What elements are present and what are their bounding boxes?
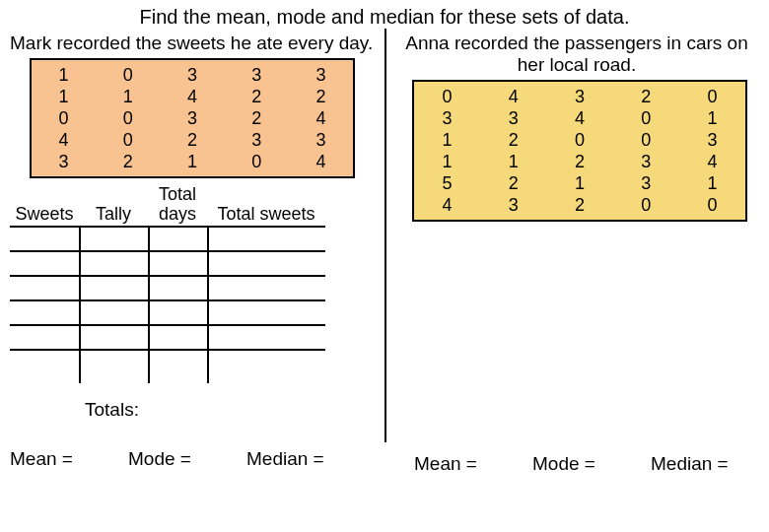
vline [207, 226, 209, 383]
cell: 0 [96, 64, 160, 86]
cell: 3 [225, 129, 289, 151]
right-column: Anna recorded the passengers in cars on … [384, 33, 769, 470]
cell: 2 [613, 86, 679, 107]
cell: 3 [32, 151, 96, 172]
totals-label: Totals: [85, 399, 375, 421]
median-label: Median = [651, 453, 769, 475]
tally-table: Sweets Tally Total days Total sweets [10, 184, 345, 373]
vline [79, 226, 81, 383]
cell: 3 [225, 64, 289, 86]
hline [10, 324, 325, 326]
cell: 4 [289, 151, 353, 172]
cell: 4 [546, 107, 612, 129]
cell: 2 [225, 107, 289, 129]
mean-label: Mean = [10, 448, 128, 470]
cell: 2 [480, 129, 546, 151]
left-column: Mark recorded the sweets he ate every da… [0, 33, 384, 470]
hline [10, 349, 325, 351]
cell: 2 [289, 86, 353, 107]
cell: 3 [546, 86, 612, 107]
cell: 0 [225, 151, 289, 172]
cell: 1 [414, 151, 480, 172]
right-answers: Mean = Mode = Median = [414, 453, 769, 475]
cell: 1 [96, 86, 160, 107]
th-tally: Tally [79, 204, 148, 224]
vline [148, 226, 150, 383]
left-subtitle: Mark recorded the sweets he ate every da… [10, 33, 375, 54]
mode-label: Mode = [532, 453, 651, 475]
hline [10, 226, 325, 228]
cell: 1 [160, 151, 224, 172]
cell: 3 [160, 107, 224, 129]
left-answers: Mean = Mode = Median = [10, 448, 365, 470]
right-subtitle: Anna recorded the passengers in cars on … [394, 33, 759, 76]
cell: 3 [480, 107, 546, 129]
cell: 3 [613, 172, 679, 194]
cell: 2 [225, 86, 289, 107]
cell: 0 [546, 129, 612, 151]
cell: 3 [289, 64, 353, 86]
th-total: Total sweets [207, 204, 325, 224]
cell: 1 [32, 86, 96, 107]
cell: 0 [613, 129, 679, 151]
cell: 3 [613, 151, 679, 172]
cell: 1 [32, 64, 96, 86]
cell: 2 [546, 194, 612, 216]
cell: 4 [480, 86, 546, 107]
cell: 4 [289, 107, 353, 129]
cell: 4 [414, 194, 480, 216]
cell: 0 [32, 107, 96, 129]
cell: 1 [679, 172, 745, 194]
th-days: Total days [148, 184, 207, 224]
mark-data-grid: 10333 11422 00324 40233 32104 [30, 58, 355, 178]
cell: 5 [414, 172, 480, 194]
cell: 3 [414, 107, 480, 129]
cell: 4 [32, 129, 96, 151]
mode-label: Mode = [128, 448, 246, 470]
cell: 0 [96, 107, 160, 129]
mean-label: Mean = [414, 453, 532, 475]
column-divider [384, 29, 386, 442]
cell: 4 [679, 151, 745, 172]
cell: 2 [160, 129, 224, 151]
cell: 1 [480, 151, 546, 172]
cell: 0 [679, 194, 745, 216]
cell: 0 [613, 194, 679, 216]
cell: 3 [679, 129, 745, 151]
cell: 4 [160, 86, 224, 107]
cell: 2 [546, 151, 612, 172]
hline [10, 250, 325, 252]
cell: 3 [289, 129, 353, 151]
th-sweets: Sweets [10, 204, 79, 224]
cell: 2 [96, 151, 160, 172]
cell: 3 [480, 194, 546, 216]
cell: 1 [546, 172, 612, 194]
anna-data-grid: 04320 33401 12003 11234 52131 43200 [412, 80, 747, 222]
cell: 3 [160, 64, 224, 86]
median-label: Median = [246, 448, 365, 470]
cell: 0 [679, 86, 745, 107]
hline [10, 275, 325, 277]
cell: 0 [613, 107, 679, 129]
cell: 0 [414, 86, 480, 107]
cell: 2 [480, 172, 546, 194]
cell: 1 [679, 107, 745, 129]
hline [10, 299, 325, 301]
cell: 1 [414, 129, 480, 151]
cell: 0 [96, 129, 160, 151]
